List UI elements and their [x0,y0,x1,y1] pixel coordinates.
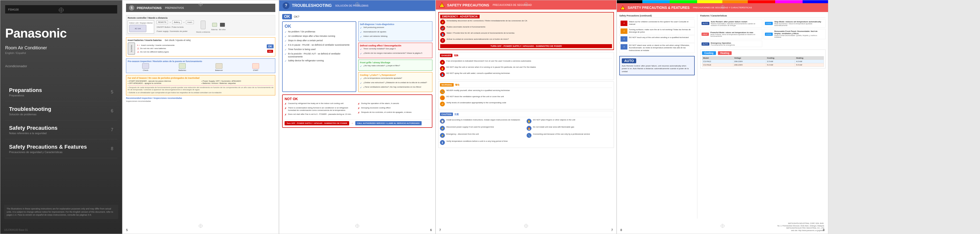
nav-item-safety[interactable]: Safety Precautions Notas referentes a la… [5,120,117,139]
not-ok-item-2: ✗ There is condensation being formed in … [285,107,357,112]
spec-r2-heating: 5.5 kW [795,63,824,67]
company-footer: MATSUSHITA INDUSTRIAL CORP, SDN. BHD. No… [777,222,824,232]
spec-r1-cooling: 3.5 kW [766,60,795,63]
ok-items-box: OK ✓ No problem / Sin problemas ✓ Air co… [282,21,356,92]
remote-icon [200,21,205,29]
heating-mode-badge: Heating [718,51,732,55]
spec-header-row: Model Voltage Cooling Heating [702,56,824,60]
auto-desc: Auto Remote Control: after power failure… [622,64,692,73]
sf-body: Safety Precautions (continued) ⚠ Watch o… [617,12,828,221]
cooling-mode-badge: Cooling [702,51,716,55]
self-diagnose-title: Self-diagnose / Auto-diagnóstico [360,23,431,26]
ok-item-1: ✓ No problem / Sin problemas [285,30,354,34]
check-item-1: Check [128,63,164,71]
sf-precaution-4: ⚠ DO NOT stand near vents or stand on th… [619,43,695,53]
caution-icon-2: ✋ [527,119,531,123]
not-ok-col-2: ✗ During the operation of the alarm, it … [358,102,430,117]
pre-season-section: Pre-season inspection / Revisión antes d… [126,58,275,73]
ok-item-5: ✓ Timer function is being used [285,48,354,51]
seasonal-item-1: • START ENCENDER - ejecute los pasos int… [128,80,200,82]
cleaning-text-2: ¿Doblar una estructura? ¿Dilatación de l… [363,82,427,84]
emergency-item-4: ? Activar la unidad al conectarse automá… [440,38,612,43]
brand-name: Panasonic [5,26,67,40]
emergency-item-3: 💧 Water / Provide time for AC all contac… [440,32,612,37]
nav-preparations-label: Preparations [9,87,42,93]
self-text-3: Indoor unit detector blinking [363,35,387,37]
remote-rect-icon: REMOTE [128,42,135,55]
nav-item-safety-features[interactable]: Safety Precautions & Features Precaucion… [5,139,117,158]
feature-4-desc: Panel Frontal Desmontable: Quítela, límp… [774,35,824,38]
spec-col-model: Model [702,56,733,60]
ok-badges: OK NG [267,44,274,53]
seasonal-col-1: • START ENCENDER - ejecute los pasos int… [128,80,200,84]
ok-question: OK? [294,15,299,18]
auto-section: AUTO Auto Remote Control: after power fa… [619,56,695,75]
warning-badge-label: WARNING [440,83,453,87]
remote-steps: REMOTE → Battery → Insert ON/OFF Button … [157,20,194,34]
nav-safety-label: Safety Precautions [9,125,57,131]
ok-item-4: ✓ It is in pause - PAUSE - se definirá e… [285,44,354,47]
spec-r2-model: CS-FA18 [702,63,733,67]
arrow-1: → [169,21,171,24]
self-diagnose-box: Self-diagnose / Auto-diagnóstico ✓ Soft … [358,21,433,41]
battery-instructions: + − Insert correctly / Inserte correctam… [137,44,265,53]
ok-item-3: ✓ Stops in sleep after a certain period [285,39,354,42]
nav-menu: Preparations Preparativos 5 Troubleshoot… [5,83,117,158]
ok-badge-1: OK [267,44,274,48]
spec-r2-cooling: 5.0 kW [766,63,795,67]
warning-section: WARNING 警告 🔧 NEVER modify yourself, othe… [438,82,614,109]
safety-title: SAFETY PRECAUTIONS [447,3,489,7]
cross-6: ✗ [358,111,360,114]
part-batteries: Baterías [211,23,218,31]
check-icon-c3: ✓ [360,86,362,89]
question-badge: ? [283,2,290,9]
nav-sf-sub: Precauciones de seguridad y Característi… [9,151,87,154]
product-title: Room Air Conditioner [5,45,47,51]
cross-5: ✗ [358,107,360,110]
warning-header: WARNING 警告 [440,83,612,88]
remote-icon-label: Mando a distancia [196,31,210,33]
nav-preparations-page: 5 [111,90,113,95]
seasonal-item-4: • Batteries: remove / Baterías: sáquelas [201,82,274,84]
warning-icon-1: 🔧 [440,89,445,94]
not-ok-item-4: ✗ During the operation of the alarm, it … [358,102,430,106]
color-bar [617,0,828,3]
caution-header: CAUTION 注意 [440,112,612,117]
emergency-items: ⚡ Immediately disconnect all AC connecti… [440,19,612,48]
warning-icon-2: 🚫 [440,95,445,100]
feature-4-badge: COOL [765,33,773,36]
warning-item-3: ✓ Verify levels of condensation appropri… [440,101,612,106]
feature-1-badge: AUTO [702,22,710,25]
check-item-3: Balancer [201,63,237,71]
spec-r1-heating: 4.0 kW [795,60,824,63]
svg-text:!: ! [622,6,623,9]
page-num-8-right: 8 [823,228,825,232]
check-icon-4: ✓ [285,44,286,47]
nav-item-troubleshooting[interactable]: Troubleshooting Solución de problemas 6 [5,101,117,120]
check-icon-7: ✓ [285,59,286,63]
feature-4: COOL Removable Front Panel: Desmontable:… [764,29,826,39]
spec-r2-voltage: 208-230V [733,63,766,67]
page-num-7-left: 7 [439,228,441,232]
safety-main-col: EMERGENCY - ADVERTENCIA ⚡ Immediately di… [436,10,616,232]
feature-3-label: Powerful Mode: raises set temperature to… [710,31,761,34]
check-icon-3: ✓ [285,39,286,42]
batteries-box: Insert batteries / Inserte baterías Set … [126,37,275,56]
feature-5-label: Emergency Operation [711,42,735,44]
seasonal-col-2: • Power Supply: OFF / Suministro: APAGAD… [201,80,274,84]
ok-title: OK [285,24,354,29]
warning-icon-3: ✓ [440,101,445,106]
nav-item-preparations[interactable]: Preparations Preparativos 5 [5,83,117,101]
ok-item-2: ✓ Air conditioner stops after a few minu… [285,35,354,38]
self-item-3: ✓ Indoor unit detector blinking [360,35,431,38]
check-label-4: START [253,69,258,71]
self-diagnose-col: Self-diagnose / Auto-diagnóstico ✓ Soft … [358,21,433,92]
company-1: MATSUSHITA INDUSTRIAL CORP, SDN. BHD. [777,222,824,225]
note-text: The illustrations in these operating ins… [6,207,116,216]
caution-item-3: ⚡ Disconnect power supply if not used fo… [440,126,526,131]
emergency-item-1: ⚡ Immediately disconnect all AC connecti… [440,19,612,24]
pre-season-checks: Check Batteries Balancer START [128,63,274,71]
blk-icon-label: Bkt other [219,29,226,30]
remote-battery-diagram: REMOTE + − Insert correctly / Inserte co… [128,42,274,55]
danger-item-1: ⚡ If an error/problem is indicated! Disc… [440,60,612,65]
